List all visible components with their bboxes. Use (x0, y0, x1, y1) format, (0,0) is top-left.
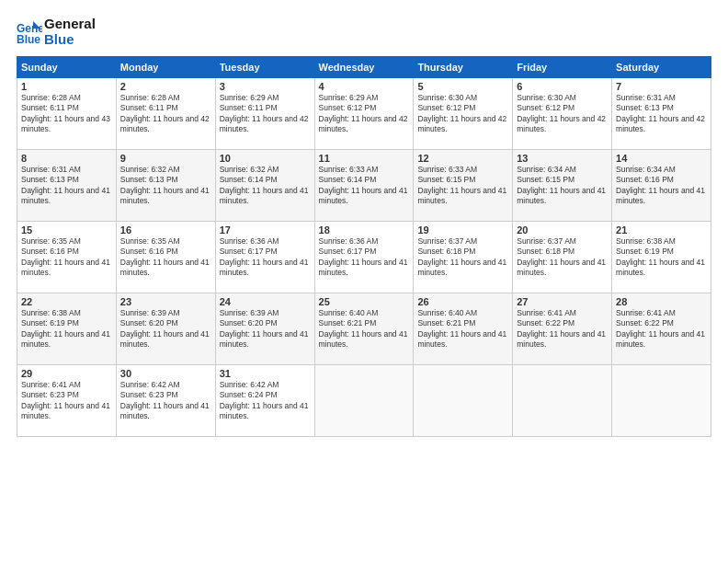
calendar-cell: 8Sunrise: 6:31 AMSunset: 6:13 PMDaylight… (17, 150, 117, 222)
header: General Blue General Blue (17, 17, 711, 47)
col-header-thursday: Thursday (414, 57, 513, 78)
cell-content: Sunrise: 6:36 AMSunset: 6:17 PMDaylight:… (220, 236, 311, 279)
day-number: 31 (220, 368, 311, 379)
day-number: 24 (220, 296, 311, 307)
day-number: 11 (319, 153, 410, 164)
col-header-friday: Friday (513, 57, 612, 78)
col-header-wednesday: Wednesday (314, 57, 414, 78)
calendar-cell: 19Sunrise: 6:37 AMSunset: 6:18 PMDayligh… (414, 222, 513, 293)
cell-content: Sunrise: 6:32 AMSunset: 6:14 PMDaylight:… (220, 165, 311, 207)
day-number: 26 (417, 296, 508, 307)
day-number: 8 (21, 153, 112, 164)
col-header-monday: Monday (116, 57, 215, 78)
cell-content: Sunrise: 6:39 AMSunset: 6:20 PMDaylight:… (220, 308, 311, 350)
calendar-cell: 26Sunrise: 6:40 AMSunset: 6:21 PMDayligh… (414, 293, 513, 365)
day-number: 19 (417, 224, 508, 236)
calendar-header-row: SundayMondayTuesdayWednesdayThursdayFrid… (17, 57, 711, 78)
cell-content: Sunrise: 6:41 AMSunset: 6:22 PMDaylight:… (616, 308, 707, 350)
day-number: 14 (616, 153, 707, 164)
cell-content: Sunrise: 6:38 AMSunset: 6:19 PMDaylight:… (616, 236, 707, 279)
day-number: 4 (319, 81, 410, 92)
calendar-cell: 17Sunrise: 6:36 AMSunset: 6:17 PMDayligh… (215, 222, 314, 293)
day-number: 12 (417, 153, 508, 164)
calendar-body: 1Sunrise: 6:28 AMSunset: 6:11 PMDaylight… (17, 78, 711, 437)
calendar-cell: 3Sunrise: 6:29 AMSunset: 6:11 PMDaylight… (215, 78, 314, 150)
cell-content: Sunrise: 6:41 AMSunset: 6:23 PMDaylight:… (21, 380, 112, 422)
day-number: 16 (120, 224, 211, 236)
day-number: 2 (120, 81, 211, 92)
calendar-cell: 4Sunrise: 6:29 AMSunset: 6:12 PMDaylight… (314, 78, 414, 150)
day-number: 21 (616, 224, 707, 236)
calendar-table: SundayMondayTuesdayWednesdayThursdayFrid… (17, 56, 711, 437)
cell-content: Sunrise: 6:30 AMSunset: 6:12 PMDaylight:… (417, 93, 508, 135)
day-number: 7 (616, 81, 707, 92)
day-number: 28 (616, 296, 707, 307)
week-row-3: 15Sunrise: 6:35 AMSunset: 6:16 PMDayligh… (17, 222, 711, 293)
cell-content: Sunrise: 6:38 AMSunset: 6:19 PMDaylight:… (21, 308, 112, 350)
cell-content: Sunrise: 6:35 AMSunset: 6:16 PMDaylight:… (120, 236, 211, 279)
cell-content: Sunrise: 6:39 AMSunset: 6:20 PMDaylight:… (120, 308, 211, 350)
logo-icon: General Blue (17, 19, 42, 45)
cell-content: Sunrise: 6:42 AMSunset: 6:24 PMDaylight:… (220, 380, 311, 422)
day-number: 17 (220, 224, 311, 236)
cell-content: Sunrise: 6:36 AMSunset: 6:17 PMDaylight:… (319, 236, 410, 279)
calendar-cell: 13Sunrise: 6:34 AMSunset: 6:15 PMDayligh… (513, 150, 612, 222)
col-header-tuesday: Tuesday (215, 57, 314, 78)
calendar-cell: 10Sunrise: 6:32 AMSunset: 6:14 PMDayligh… (215, 150, 314, 222)
day-number: 23 (120, 296, 211, 307)
cell-content: Sunrise: 6:33 AMSunset: 6:14 PMDaylight:… (319, 165, 410, 207)
day-number: 1 (21, 81, 112, 92)
cell-content: Sunrise: 6:30 AMSunset: 6:12 PMDaylight:… (517, 93, 608, 135)
day-number: 3 (220, 81, 311, 92)
calendar-cell: 1Sunrise: 6:28 AMSunset: 6:11 PMDaylight… (17, 78, 117, 150)
calendar-cell: 20Sunrise: 6:37 AMSunset: 6:18 PMDayligh… (513, 222, 612, 293)
calendar-cell (513, 365, 612, 437)
calendar-cell: 18Sunrise: 6:36 AMSunset: 6:17 PMDayligh… (314, 222, 414, 293)
week-row-1: 1Sunrise: 6:28 AMSunset: 6:11 PMDaylight… (17, 78, 711, 150)
calendar-cell: 14Sunrise: 6:34 AMSunset: 6:16 PMDayligh… (612, 150, 711, 222)
cell-content: Sunrise: 6:29 AMSunset: 6:11 PMDaylight:… (220, 93, 311, 135)
day-number: 22 (21, 296, 112, 307)
calendar-cell: 16Sunrise: 6:35 AMSunset: 6:16 PMDayligh… (116, 222, 215, 293)
calendar-cell: 9Sunrise: 6:32 AMSunset: 6:13 PMDaylight… (116, 150, 215, 222)
cell-content: Sunrise: 6:29 AMSunset: 6:12 PMDaylight:… (319, 93, 410, 135)
day-number: 15 (21, 224, 112, 236)
day-number: 20 (517, 224, 608, 236)
cell-content: Sunrise: 6:34 AMSunset: 6:15 PMDaylight:… (517, 165, 608, 207)
logo-blue: Blue (44, 32, 96, 48)
day-number: 27 (517, 296, 608, 307)
svg-text:Blue: Blue (17, 33, 40, 45)
calendar-cell: 28Sunrise: 6:41 AMSunset: 6:22 PMDayligh… (612, 293, 711, 365)
day-number: 25 (319, 296, 410, 307)
calendar-cell (414, 365, 513, 437)
cell-content: Sunrise: 6:31 AMSunset: 6:13 PMDaylight:… (616, 93, 707, 135)
calendar-cell: 31Sunrise: 6:42 AMSunset: 6:24 PMDayligh… (215, 365, 314, 437)
day-number: 9 (120, 153, 211, 164)
cell-content: Sunrise: 6:37 AMSunset: 6:18 PMDaylight:… (417, 236, 508, 279)
week-row-2: 8Sunrise: 6:31 AMSunset: 6:13 PMDaylight… (17, 150, 711, 222)
day-number: 29 (21, 368, 112, 379)
day-number: 10 (220, 153, 311, 164)
day-number: 5 (417, 81, 508, 92)
calendar-cell: 12Sunrise: 6:33 AMSunset: 6:15 PMDayligh… (414, 150, 513, 222)
calendar-cell: 6Sunrise: 6:30 AMSunset: 6:12 PMDaylight… (513, 78, 612, 150)
cell-content: Sunrise: 6:42 AMSunset: 6:23 PMDaylight:… (120, 380, 211, 422)
cell-content: Sunrise: 6:37 AMSunset: 6:18 PMDaylight:… (517, 236, 608, 279)
calendar-cell: 21Sunrise: 6:38 AMSunset: 6:19 PMDayligh… (612, 222, 711, 293)
calendar-cell: 15Sunrise: 6:35 AMSunset: 6:16 PMDayligh… (17, 222, 117, 293)
cell-content: Sunrise: 6:35 AMSunset: 6:16 PMDaylight:… (21, 236, 112, 279)
cell-content: Sunrise: 6:33 AMSunset: 6:15 PMDaylight:… (417, 165, 508, 207)
cell-content: Sunrise: 6:41 AMSunset: 6:22 PMDaylight:… (517, 308, 608, 350)
day-number: 6 (517, 81, 608, 92)
col-header-saturday: Saturday (612, 57, 711, 78)
cell-content: Sunrise: 6:40 AMSunset: 6:21 PMDaylight:… (417, 308, 508, 350)
day-number: 13 (517, 153, 608, 164)
calendar-cell: 25Sunrise: 6:40 AMSunset: 6:21 PMDayligh… (314, 293, 414, 365)
calendar-cell: 7Sunrise: 6:31 AMSunset: 6:13 PMDaylight… (612, 78, 711, 150)
calendar-cell: 27Sunrise: 6:41 AMSunset: 6:22 PMDayligh… (513, 293, 612, 365)
week-row-4: 22Sunrise: 6:38 AMSunset: 6:19 PMDayligh… (17, 293, 711, 365)
week-row-5: 29Sunrise: 6:41 AMSunset: 6:23 PMDayligh… (17, 365, 711, 437)
col-header-sunday: Sunday (17, 57, 117, 78)
calendar-cell: 23Sunrise: 6:39 AMSunset: 6:20 PMDayligh… (116, 293, 215, 365)
calendar-cell (314, 365, 414, 437)
